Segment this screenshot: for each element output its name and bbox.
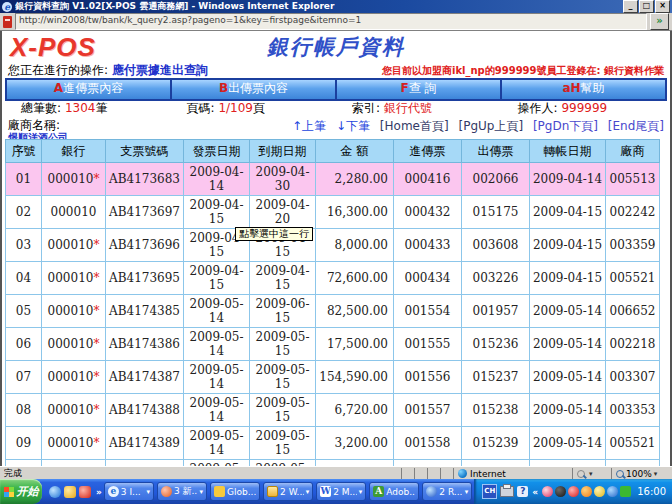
security-zone-panel: Internet — [453, 468, 572, 479]
cell-vendor: 006652 — [606, 295, 660, 328]
column-header: 序號 — [6, 140, 42, 163]
table-row[interactable]: 06000010*AB41743862009-05-142009-05-1517… — [6, 328, 660, 361]
taskbar-button[interactable]: 3 新...▾ — [157, 482, 207, 501]
cell-transfer-date: 2009-05-14 — [530, 394, 606, 427]
caret-down-icon[interactable]: ▾ — [146, 488, 150, 496]
caret-down-icon[interactable]: ▾ — [199, 488, 203, 496]
cell-issue-date: 2009-04-15 — [184, 196, 250, 229]
red-app-icon[interactable] — [79, 486, 91, 498]
minimize-button[interactable]: _ — [623, 0, 638, 13]
system-tray: CH ? « 16:00 — [474, 479, 672, 504]
close-button[interactable]: × — [655, 0, 670, 13]
cell-in-voucher: 001556 — [394, 361, 462, 394]
cell-out-voucher: 015236 — [462, 328, 530, 361]
zoom-level: 100% — [626, 469, 652, 479]
taskbar-button[interactable]: e3 I...▾ — [104, 482, 154, 501]
cell-bank: 000010* — [42, 427, 106, 460]
nav-end-page[interactable]: [End尾頁] — [608, 119, 664, 133]
table-row[interactable]: 04000010*AB41736952009-04-152009-04-1572… — [6, 262, 660, 295]
printer-icon[interactable] — [500, 486, 514, 497]
ie-logo-icon: e — [2, 2, 12, 12]
tab-help[interactable]: aH幫助 — [502, 80, 665, 99]
blue-orb-icon — [426, 486, 437, 497]
url-input[interactable]: http://win2008/tw/bank/k_query2.asp?page… — [15, 13, 647, 30]
internet-globe-icon — [458, 469, 467, 478]
total-count: 總筆數: 1304筆 — [5, 100, 171, 117]
tray-collapse-icon[interactable]: « — [532, 487, 538, 497]
start-label: 开始 — [17, 479, 39, 504]
cell-check-no: AB4174389 — [106, 427, 184, 460]
taskbar-button[interactable]: Glob... — [210, 482, 260, 501]
status-panel — [440, 468, 453, 479]
table-row[interactable]: 05000010*AB41743852009-05-142009-06-1582… — [6, 295, 660, 328]
zoom-control[interactable]: 100% ▾ — [611, 468, 672, 479]
nav-next-record[interactable]: ↓下筆 — [336, 119, 370, 133]
cell-amount: 2,280.00 — [316, 163, 394, 196]
orange-flame-icon[interactable] — [581, 486, 592, 497]
maximize-button[interactable]: □ — [639, 0, 654, 13]
protected-mode-panel[interactable]: ▾ — [572, 468, 611, 479]
green-plus-icon[interactable] — [620, 486, 631, 497]
windows-flag-icon — [4, 487, 14, 497]
go-button[interactable]: » — [650, 13, 669, 30]
nav-home-page[interactable]: [Home首頁] — [380, 119, 449, 133]
table-row[interactable]: 01000010*AB41736832009-04-142009-04-302,… — [6, 163, 660, 196]
nav-prev-record[interactable]: ↑上筆 — [292, 119, 326, 133]
cell-due-date: 2009-04-20 — [250, 196, 316, 229]
tab-out-voucher[interactable]: B出傳票內容 — [172, 80, 335, 99]
language-indicator[interactable]: CH — [482, 484, 497, 499]
cell-check-no: AB4173696 — [106, 229, 184, 262]
cell-bank: 000010 — [42, 196, 106, 229]
cell-due-date: 2009-05-15 — [250, 394, 316, 427]
taskbar-button[interactable]: W2 M...▾ — [316, 482, 366, 501]
status-panel — [427, 468, 440, 479]
nav-pgup-page[interactable]: [PgUp上頁] — [458, 119, 523, 133]
total-suffix: 筆 — [95, 101, 107, 115]
page-number: 頁碼: 1/109頁 — [171, 100, 337, 117]
table-row[interactable]: 02000010AB41736972009-04-152009-04-2016,… — [6, 196, 660, 229]
cell-transfer-date: 2009-04-15 — [530, 262, 606, 295]
caret-down-icon[interactable]: ▾ — [306, 488, 310, 496]
cell-out-voucher: 015175 — [462, 196, 530, 229]
cell-seq: 04 — [6, 262, 42, 295]
tab-hotkey: aH — [562, 81, 580, 95]
yellow-clock-icon[interactable] — [594, 486, 605, 497]
qq-penguin-icon[interactable] — [555, 486, 566, 497]
tab-query[interactable]: F查 詢 — [337, 80, 500, 99]
help-icon[interactable]: ? — [517, 486, 528, 497]
tab-label: 進傳票內容 — [63, 81, 123, 95]
cell-in-voucher: 001555 — [394, 328, 462, 361]
cell-amount: 3,200.00 — [316, 427, 394, 460]
blue-globe-icon[interactable] — [607, 486, 618, 497]
cell-due-date: 2009-04-30 — [250, 163, 316, 196]
cell-check-no: AB4173683 — [106, 163, 184, 196]
record-navigation: ↑上筆 ↓下筆 [Home首頁] [PgUp上頁] [PgDn下頁] [End尾… — [286, 118, 664, 135]
table-header-row: 序號銀行支票號碼發票日期到期日期金 額進傳票出傳票轉帳日期廠商 — [6, 140, 660, 163]
cell-check-no: AB4174387 — [106, 361, 184, 394]
caret-down-icon[interactable]: ▾ — [465, 488, 469, 496]
taskbar-button[interactable]: 2 W...▾ — [263, 482, 313, 501]
tab-in-voucher[interactable]: A進傳票內容 — [7, 80, 170, 99]
yellow-chat-icon[interactable] — [64, 486, 76, 498]
caret-down-icon[interactable]: ▾ — [359, 488, 363, 496]
blue-app-icon[interactable] — [49, 486, 61, 498]
cell-bank: 000010* — [42, 229, 106, 262]
taskbar-clock[interactable]: 16:00 — [637, 486, 666, 497]
column-header: 銀行 — [42, 140, 106, 163]
cell-vendor: 005521 — [606, 262, 660, 295]
tab-label: 出傳票內容 — [228, 81, 288, 95]
table-row[interactable]: 03000010*AB41736962009-04-152009-04-158,… — [6, 229, 660, 262]
cell-out-voucher: 003226 — [462, 262, 530, 295]
taskbar-button[interactable]: AAdob... — [369, 482, 419, 501]
table-row[interactable]: 09000010*AB41743892009-05-142009-05-153,… — [6, 427, 660, 460]
taskbar-button-label: 2 W... — [280, 487, 304, 497]
taskbar-button[interactable]: 2 R...▾ — [422, 482, 472, 501]
table-row[interactable]: 07000010*AB41743872009-05-142009-05-1515… — [6, 361, 660, 394]
qq-red-icon[interactable] — [568, 486, 579, 497]
taskbar-button-label: 3 I... — [121, 487, 145, 497]
page-suffix: 頁 — [253, 101, 265, 115]
table-row[interactable]: 08000010*AB41743882009-05-142009-05-156,… — [6, 394, 660, 427]
pink-bird-icon[interactable] — [542, 486, 553, 497]
start-button[interactable]: 开始 — [0, 479, 42, 504]
nav-pgdn-page[interactable]: [PgDn下頁] — [533, 119, 598, 133]
